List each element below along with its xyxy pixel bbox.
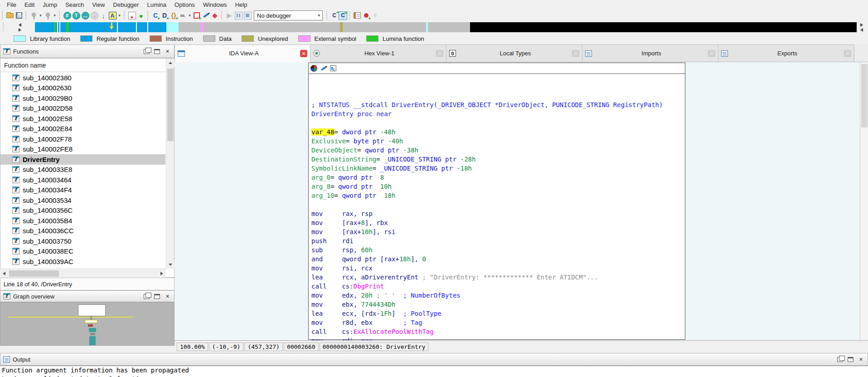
operand-dropdown-icon[interactable]: ▾ [187, 11, 192, 20]
band-left-icon[interactable] [858, 27, 865, 32]
edit-icon[interactable] [201, 11, 210, 20]
function-row[interactable]: sub_140002630 [0, 83, 165, 93]
graph-float-icon[interactable] [144, 294, 150, 299]
menu-options[interactable]: Options [170, 0, 199, 9]
tab-exports[interactable]: Exports✕ [718, 44, 854, 62]
menu-view[interactable]: View [88, 0, 109, 9]
tab-close-icon[interactable]: ✕ [436, 50, 443, 57]
code-line[interactable]: lea ecx, [rdx-1Fh] ; PoolType [311, 309, 685, 318]
function-row[interactable]: DriverEntry [0, 154, 165, 165]
toolbar-drag-handle[interactable] [25, 11, 28, 20]
tab-local-types[interactable]: 0Local Types✕ [446, 44, 582, 62]
run-to-cursor-icon[interactable]: C [339, 11, 347, 20]
output-float-icon[interactable] [837, 357, 843, 362]
ascii-dropdown-icon[interactable]: ▾ [117, 11, 122, 20]
scroll-right-icon[interactable] [158, 269, 166, 278]
graph-close-icon[interactable]: × [165, 294, 170, 299]
code-line[interactable]: mov rsi, rcx [311, 264, 685, 273]
code-line[interactable] [311, 118, 685, 127]
function-row[interactable]: sub_140003464 [0, 175, 165, 185]
code-line[interactable]: arg_8= qword ptr 10h [311, 182, 685, 191]
disassembly-vscrollbar[interactable] [860, 62, 868, 340]
functions-maximize-icon[interactable] [154, 49, 160, 54]
function-row[interactable]: sub_1400038EC [0, 246, 165, 257]
minimap-viewport-rect[interactable] [78, 304, 106, 316]
function-row[interactable]: sub_140003534 [0, 195, 165, 206]
tab-hex-view-1[interactable]: Hex View-1✕ [310, 44, 446, 62]
toolbar-drag-handle[interactable] [124, 11, 126, 20]
coverage-pie-icon[interactable] [310, 64, 318, 72]
code-line[interactable]: arg_0= qword ptr 8 [311, 173, 685, 182]
pin-icon[interactable] [29, 11, 38, 20]
toolbar-drag-handle[interactable] [59, 11, 61, 20]
breakpoint-list-icon[interactable] [353, 11, 362, 20]
function-row[interactable]: sub_1400033E8 [0, 165, 165, 175]
rename-icon[interactable] [192, 11, 201, 20]
function-row[interactable]: sub_1400029B0 [0, 93, 165, 103]
functions-hscrollbar[interactable] [0, 269, 166, 278]
function-row[interactable]: sub_140003750 [0, 236, 165, 246]
code-line[interactable]: mov r8d, ebx ; Tag [311, 318, 685, 327]
toolbar-drag-handle[interactable] [326, 11, 329, 20]
functions-vscrollbar[interactable] [166, 59, 174, 269]
hash-circle-icon[interactable]: # [63, 11, 72, 20]
menu-windows[interactable]: Windows [199, 0, 231, 9]
function-row[interactable]: sub_1400035B4 [0, 215, 165, 226]
toolbar-drag-handle[interactable] [147, 11, 150, 20]
toolbar-drag-handle[interactable] [221, 11, 223, 20]
start-process-icon[interactable]: ▶ [225, 11, 234, 20]
ida-view-pane[interactable]: ; NTSTATUS __stdcall DriverEntry(_DRIVER… [175, 62, 868, 340]
band-right-arrows[interactable] [858, 22, 865, 32]
scroll-left-icon[interactable] [0, 269, 8, 278]
code-line[interactable]: push rdi [311, 236, 685, 245]
navigation-band[interactable] [0, 22, 857, 32]
pin-dropdown-icon[interactable]: ▾ [38, 11, 43, 20]
function-row[interactable]: sub_1400034F4 [0, 185, 165, 196]
function-row[interactable]: sub_14000356C [0, 206, 165, 216]
green-sphere-icon[interactable]: ● [136, 11, 145, 20]
code-line[interactable]: DestinationString= _UNICODE_STRING ptr -… [311, 155, 685, 164]
output-maximize-icon[interactable] [848, 357, 853, 362]
function-row[interactable]: sub_140002D58 [0, 103, 165, 114]
tab-close-icon[interactable]: ✕ [300, 50, 307, 57]
make-data-icon[interactable]: D [160, 11, 169, 20]
menu-search[interactable]: Search [61, 0, 88, 9]
hscroll-thumb[interactable] [9, 270, 59, 277]
function-name-column-header[interactable]: Function name [0, 59, 165, 72]
menu-jump[interactable]: Jump [39, 0, 61, 9]
disassembly-widget[interactable]: ; NTSTATUS __stdcall DriverEntry(_DRIVER… [308, 63, 685, 340]
graph-maximize-icon[interactable] [154, 294, 160, 299]
disassembly-vscroll-thumb[interactable] [861, 64, 868, 127]
add-breakpoint-icon[interactable] [362, 11, 371, 20]
code-line[interactable]: mov rax, rsp [311, 209, 685, 218]
code-line[interactable]: mov edx, 20h ; ' ' ; NumberOfBytes [311, 291, 685, 300]
pause-process-icon[interactable] [234, 11, 243, 20]
menu-help[interactable]: Help [231, 0, 252, 9]
type-circle-icon[interactable]: T [72, 11, 81, 20]
tab-close-icon[interactable]: ✕ [844, 50, 851, 57]
open-file-icon[interactable] [5, 11, 15, 20]
scroll-down-icon[interactable] [166, 260, 175, 269]
functions-close-icon[interactable]: × [165, 49, 170, 54]
function-row[interactable]: sub_140002380 [0, 73, 165, 83]
tab-close-icon[interactable]: ✕ [708, 50, 715, 57]
graph-overview-minimap[interactable] [0, 302, 175, 346]
down-arrow-icon[interactable]: ↓ [99, 11, 108, 20]
code-line[interactable]: Exclusive= byte ptr -40h [311, 137, 685, 146]
code-line[interactable]: var_48= dword ptr -48h [311, 127, 685, 137]
red-triangle-icon[interactable]: ▲ [127, 11, 136, 20]
lumina-edit-icon[interactable] [320, 64, 327, 72]
function-row[interactable]: sub_140002E58 [0, 113, 165, 124]
code-line[interactable]: DriverEntry proc near [311, 109, 685, 118]
functions-float-icon[interactable] [144, 49, 150, 54]
make-struct-icon[interactable]: {} [169, 11, 178, 20]
code-line[interactable] [311, 200, 685, 209]
chart-icon[interactable] [329, 64, 337, 72]
code-line[interactable]: mov [rax+8], rbx [311, 218, 685, 227]
stop-process-icon[interactable] [243, 11, 252, 20]
debugger-combo[interactable]: No debugger▾ [254, 10, 323, 20]
code-line[interactable]: arg_10= qword ptr 18h [311, 191, 685, 200]
output-close-icon[interactable]: × [858, 357, 864, 362]
run-until-return-icon[interactable]: C [330, 11, 339, 20]
tab-ida-view-a[interactable]: IDA View-A✕ [175, 44, 310, 62]
